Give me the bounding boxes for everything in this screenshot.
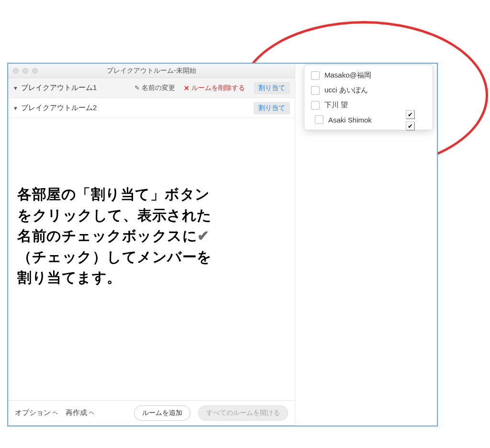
participant-item[interactable]: Masako@福岡 [304,68,433,83]
assign-popover: Masako@福岡 ucci あいぽん 下川 望 Asaki Shimok ✔ … [304,65,433,130]
traffic-close[interactable] [13,68,19,74]
annotation-text: 各部屋の「割り当て」ボタン をクリックして、表示された 名前のチェックボックスに… [17,184,256,288]
checkbox-icon[interactable] [311,71,320,80]
traffic-zoom[interactable] [32,68,38,74]
recreate-menu[interactable]: 再作成 ヘ [66,408,94,417]
x-icon: ✕ [184,84,189,92]
annotation-line: をクリックして、表示された [17,207,212,223]
rename-button[interactable]: ✎ 名前の変更 [134,84,175,92]
assign-button[interactable]: 割り当て [254,82,290,94]
options-menu[interactable]: オプション ヘ [15,408,58,417]
room-row-1[interactable]: ▼ ブレイクアウトルーム1 ✎ 名前の変更 ✕ ルームを削除する 割り当て [8,78,295,98]
checked-indicator-stack: ✔ ✔ [406,110,414,130]
participant-name: 下川 望 [324,101,348,110]
assign-button[interactable]: 割り当て [254,102,290,114]
annotation-line: （チェック）してメンバーを [17,249,212,265]
check-icon: ✔ [197,228,210,244]
add-room-button[interactable]: ルームを追加 [134,405,190,421]
room-row-actions: ✎ 名前の変更 ✕ ルームを削除する 割り当て [134,82,290,94]
checked-box-icon: ✔ [406,110,414,119]
room-name: ブレイクアウトルーム2 [21,103,97,112]
pencil-icon: ✎ [134,84,140,91]
window-titlebar[interactable]: ブレイクアウトルーム-未開始 [8,64,295,78]
delete-room-button[interactable]: ✕ ルームを削除する [184,84,245,92]
room-row-2[interactable]: ▼ ブレイクアウトルーム2 割り当て [8,98,295,118]
open-all-rooms-button: すべてのルームを開ける [198,405,288,421]
annotation-line: 各部屋の「割り当て」ボタン [17,186,210,202]
annotation-line: 割り当てます。 [17,269,122,285]
delete-label: ルームを削除する [191,84,245,92]
annotation-line: 名前のチェックボックスに [17,228,197,244]
options-label: オプション [15,408,51,417]
traffic-lights [13,68,38,74]
traffic-minimize[interactable] [22,68,28,74]
caret-down-icon: ▼ [13,105,18,111]
participant-name: Masako@福岡 [324,71,371,80]
checkbox-icon[interactable] [315,115,323,124]
participant-name: ucci あいぽん [324,86,368,95]
recreate-label: 再作成 [66,408,87,417]
checkbox-icon[interactable] [311,101,320,110]
room-list: ▼ ブレイクアウトルーム1 ✎ 名前の変更 ✕ ルームを削除する 割り当て [8,78,295,118]
participant-item[interactable]: ucci あいぽん [304,83,433,98]
chevron-up-icon: ヘ [53,409,58,416]
caret-down-icon: ▼ [13,85,18,91]
chevron-up-icon: ヘ [89,409,94,416]
checkbox-icon[interactable] [311,86,320,95]
window-title: ブレイクアウトルーム-未開始 [8,67,295,75]
room-name: ブレイクアウトルーム1 [21,83,97,92]
checked-box-icon: ✔ [406,122,414,130]
participant-name: Asaki Shimok [328,116,372,124]
rename-label: 名前の変更 [142,84,175,92]
stage: ブレイクアウトルーム-未開始 ▼ ブレイクアウトルーム1 ✎ 名前の変更 ✕ ル… [0,0,490,448]
room-row-actions: 割り当て [254,102,290,114]
window-footer: オプション ヘ 再作成 ヘ ルームを追加 すべてのルームを開ける [8,400,295,425]
